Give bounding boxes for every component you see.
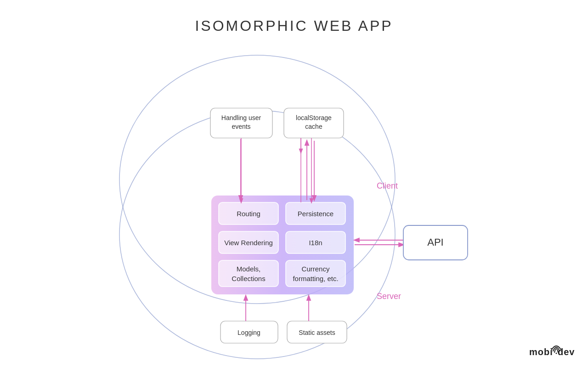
svg-text:dev: dev	[558, 347, 575, 357]
localstorage-label: localStorage	[296, 114, 332, 121]
svg-text:mobi: mobi	[529, 347, 553, 357]
logo-text: mobi dev	[529, 345, 575, 360]
svg-point-30	[556, 353, 557, 354]
mobidev-logo: mobi dev	[529, 345, 575, 360]
page-title: ISOMORPHIC WEB APP	[0, 0, 588, 34]
view-rendering-label: View Rendering	[224, 239, 273, 247]
svg-text:cache: cache	[305, 123, 322, 130]
diagram-container: Client Server Routing Persistence View R…	[0, 37, 588, 368]
svg-rect-9	[286, 260, 345, 287]
static-assets-label: Static assets	[299, 329, 335, 336]
svg-text:events: events	[232, 123, 250, 130]
models-label: Models,	[237, 265, 261, 273]
server-label: Server	[377, 292, 401, 301]
logging-label: Logging	[237, 329, 260, 336]
svg-rect-7	[219, 260, 278, 287]
persistence-label: Persistence	[298, 210, 334, 218]
svg-text:Collections: Collections	[232, 275, 265, 282]
svg-text:formatting, etc.: formatting, etc.	[293, 275, 338, 282]
handling-events-label: Handling user	[221, 114, 261, 121]
currency-label: Currency	[302, 265, 330, 273]
i18n-label: I18n	[309, 239, 322, 247]
api-label: API	[427, 236, 443, 248]
client-label: Client	[377, 181, 398, 190]
routing-label: Routing	[237, 210, 260, 218]
